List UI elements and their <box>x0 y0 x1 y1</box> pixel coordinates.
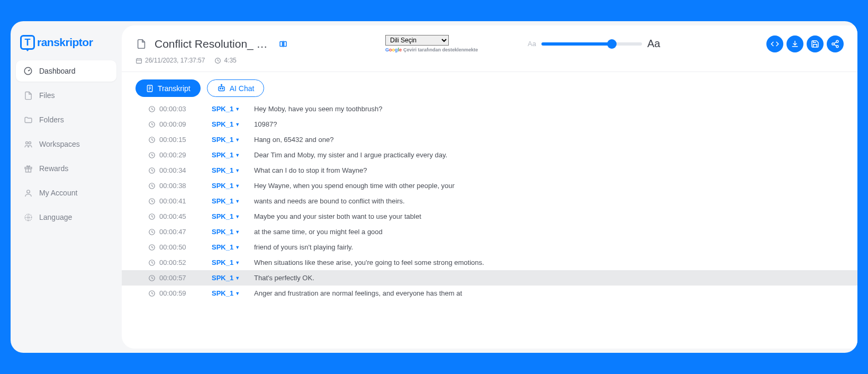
transcript-line[interactable]: 00:00:41SPK_1▼wants and needs are bound … <box>122 193 857 209</box>
logo[interactable]: T ranskriptor <box>16 31 116 60</box>
transcript-line[interactable]: 00:00:57SPK_1▼That's perfectly OK. <box>122 270 857 286</box>
transcript-text[interactable]: 10987? <box>254 120 844 128</box>
download-button[interactable] <box>786 35 803 52</box>
sidebar-item-folders[interactable]: Folders <box>16 109 116 130</box>
transcript-line[interactable]: 00:00:45SPK_1▼Maybe you and your sister … <box>122 209 857 224</box>
chevron-down-icon: ▼ <box>235 137 240 143</box>
action-buttons <box>766 35 844 52</box>
transcript-text[interactable]: wants and needs are bound to conflict wi… <box>254 197 844 205</box>
transcript-text[interactable]: Hang on, 65432 and one? <box>254 136 844 144</box>
transcript-text[interactable]: Dear Tim and Moby, my sister and I argue… <box>254 151 844 159</box>
sidebar-item-language[interactable]: Language <box>16 207 116 228</box>
sidebar-item-dashboard[interactable]: Dashboard <box>16 60 116 82</box>
timestamp-cell[interactable]: 00:00:59 <box>148 289 212 297</box>
transcript-line[interactable]: 00:00:15SPK_1▼Hang on, 65432 and one? <box>122 132 857 147</box>
sidebar-item-workspaces[interactable]: Workspaces <box>16 133 116 155</box>
transcript-text[interactable]: When situations like these arise, you're… <box>254 259 844 266</box>
sidebar-item-rewards[interactable]: Rewards <box>16 158 116 179</box>
speaker-label: SPK_1 <box>212 136 233 144</box>
font-size-slider[interactable] <box>541 42 642 46</box>
speaker-dropdown[interactable]: SPK_1▼ <box>212 166 254 174</box>
timestamp-cell[interactable]: 00:00:57 <box>148 274 212 282</box>
globe-icon <box>23 212 33 222</box>
speaker-dropdown[interactable]: SPK_1▼ <box>212 182 254 190</box>
timestamp-cell[interactable]: 00:00:52 <box>148 259 212 266</box>
translate-block: Dili Seçin Google Çeviri tarafından dest… <box>385 35 478 52</box>
transcript-icon <box>146 84 154 93</box>
transcript-line[interactable]: 00:00:38SPK_1▼Hey Wayne, when you spend … <box>122 178 857 193</box>
sidebar-item-label: My Account <box>39 189 77 197</box>
timestamp-text: 00:00:38 <box>159 182 186 190</box>
tab-label: AI Chat <box>230 84 255 93</box>
sidebar-item-account[interactable]: My Account <box>16 182 116 203</box>
transcript-line[interactable]: 00:00:34SPK_1▼What can I do to stop it f… <box>122 163 857 178</box>
transcript-text[interactable]: friend of yours isn't playing fairly. <box>254 243 844 251</box>
timestamp-cell[interactable]: 00:00:41 <box>148 197 212 205</box>
timestamp-cell[interactable]: 00:00:38 <box>148 182 212 190</box>
speaker-dropdown[interactable]: SPK_1▼ <box>212 259 254 266</box>
speaker-dropdown[interactable]: SPK_1▼ <box>212 120 254 128</box>
timestamp-cell[interactable]: 00:00:15 <box>148 136 212 144</box>
speaker-dropdown[interactable]: SPK_1▼ <box>212 197 254 205</box>
svg-point-2 <box>29 141 31 144</box>
rename-icon[interactable] <box>278 39 288 49</box>
timestamp-cell[interactable]: 00:00:09 <box>148 120 212 128</box>
speaker-label: SPK_1 <box>212 212 233 220</box>
transcript-line[interactable]: 00:00:52SPK_1▼When situations like these… <box>122 255 857 270</box>
speaker-dropdown[interactable]: SPK_1▼ <box>212 212 254 220</box>
sidebar-item-label: Folders <box>39 115 64 124</box>
transcript-text[interactable]: Maybe you and your sister both want to u… <box>254 212 844 220</box>
timestamp-cell[interactable]: 00:00:47 <box>148 228 212 236</box>
timestamp-cell[interactable]: 00:00:45 <box>148 212 212 220</box>
transcript-text[interactable]: Hey Moby, have you seen my toothbrush? <box>254 105 844 113</box>
tab-transcript[interactable]: Transkript <box>135 79 201 97</box>
document-icon <box>135 38 147 50</box>
timestamp-text: 00:00:59 <box>159 289 186 297</box>
timestamp-cell[interactable]: 00:00:29 <box>148 151 212 159</box>
sidebar-item-files[interactable]: Files <box>16 85 116 106</box>
svg-point-26 <box>220 88 221 89</box>
transcript-text[interactable]: Anger and frustration are normal feeling… <box>254 289 844 297</box>
clock-icon <box>148 167 156 174</box>
svg-rect-8 <box>280 41 283 46</box>
transcript-text[interactable]: at the same time, or you might feel a go… <box>254 228 844 236</box>
speaker-dropdown[interactable]: SPK_1▼ <box>212 105 254 113</box>
timestamp-text: 00:00:45 <box>159 212 186 220</box>
speaker-dropdown[interactable]: SPK_1▼ <box>212 228 254 236</box>
embed-button[interactable] <box>766 35 783 52</box>
transcript-text[interactable]: Hey Wayne, when you spend enough time wi… <box>254 182 844 190</box>
header-meta-row: 26/11/2023, 17:37:57 4:35 <box>135 57 844 64</box>
clock-icon <box>214 57 221 64</box>
dashboard-icon <box>23 66 33 76</box>
speaker-dropdown[interactable]: SPK_1▼ <box>212 136 254 144</box>
sidebar-item-label: Dashboard <box>39 67 76 75</box>
tab-ai-chat[interactable]: AI Chat <box>207 79 265 97</box>
timestamp-cell[interactable]: 00:00:34 <box>148 166 212 174</box>
transcript-line[interactable]: 00:00:29SPK_1▼Dear Tim and Moby, my sist… <box>122 147 857 163</box>
transcript-line[interactable]: 00:00:09SPK_1▼10987? <box>122 117 857 132</box>
share-button[interactable] <box>827 35 844 52</box>
transcript-line[interactable]: 00:00:50SPK_1▼friend of yours isn't play… <box>122 239 857 255</box>
speaker-dropdown[interactable]: SPK_1▼ <box>212 274 254 282</box>
speaker-dropdown[interactable]: SPK_1▼ <box>212 151 254 159</box>
save-button[interactable] <box>807 35 824 52</box>
clock-icon <box>148 213 156 220</box>
speaker-label: SPK_1 <box>212 289 233 297</box>
slider-thumb[interactable] <box>607 39 617 49</box>
transcript-list[interactable]: 00:00:03SPK_1▼Hey Moby, have you seen my… <box>122 99 857 349</box>
transcript-line[interactable]: 00:00:03SPK_1▼Hey Moby, have you seen my… <box>122 101 857 117</box>
timestamp-cell[interactable]: 00:00:50 <box>148 243 212 251</box>
timestamp-cell[interactable]: 00:00:03 <box>148 105 212 113</box>
chevron-down-icon: ▼ <box>235 153 240 158</box>
bot-icon <box>217 84 226 93</box>
document-title[interactable]: Conflict Resolution_ Ho... <box>155 38 271 50</box>
transcript-text[interactable]: What can I do to stop it from Wayne? <box>254 166 844 174</box>
language-select[interactable]: Dili Seçin <box>385 35 449 46</box>
speaker-dropdown[interactable]: SPK_1▼ <box>212 289 254 297</box>
transcript-text[interactable]: That's perfectly OK. <box>254 274 844 282</box>
timestamp-text: 00:00:09 <box>159 120 186 128</box>
transcript-line[interactable]: 00:00:47SPK_1▼at the same time, or you m… <box>122 224 857 239</box>
speaker-dropdown[interactable]: SPK_1▼ <box>212 243 254 251</box>
transcript-line[interactable]: 00:00:59SPK_1▼Anger and frustration are … <box>122 286 857 301</box>
speaker-label: SPK_1 <box>212 197 233 205</box>
